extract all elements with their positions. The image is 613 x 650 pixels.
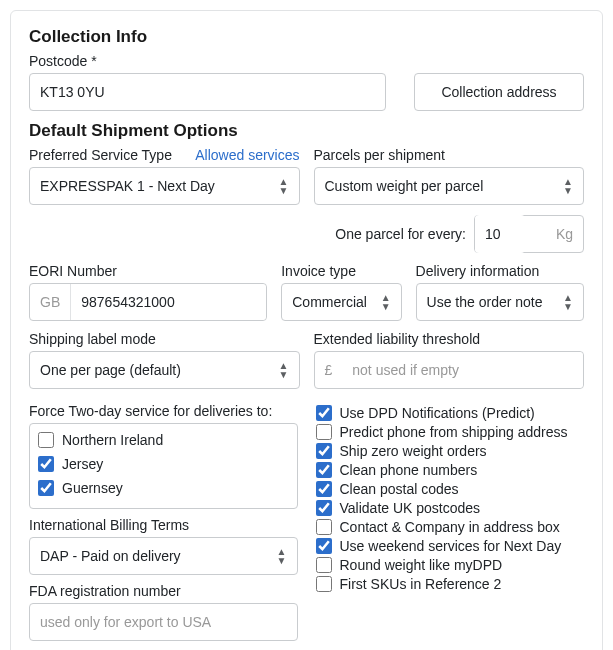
chevron-updown-icon: ▲▼	[277, 548, 287, 565]
eori-input[interactable]	[71, 284, 266, 320]
option-item-label: First SKUs in Reference 2	[340, 576, 502, 592]
option-item-label: Validate UK postcodes	[340, 500, 481, 516]
intl-billing-label: International Billing Terms	[29, 517, 298, 533]
label-mode-value: One per page (default)	[40, 362, 181, 378]
eori-prefix: GB	[30, 284, 71, 320]
option-item[interactable]: Validate UK postcodes	[316, 498, 585, 517]
eori-label: EORI Number	[29, 263, 267, 279]
intl-billing-value: DAP - Paid on delivery	[40, 548, 181, 564]
parcels-per-shipment-label: Parcels per shipment	[314, 147, 585, 163]
preferred-service-value: EXPRESSPAK 1 - Next Day	[40, 178, 215, 194]
checkbox[interactable]	[316, 500, 332, 516]
invoice-type-label: Invoice type	[281, 263, 401, 279]
chevron-updown-icon: ▲▼	[563, 178, 573, 195]
delivery-info-value: Use the order note	[427, 294, 543, 310]
force-two-day-item[interactable]: Jersey	[32, 452, 295, 476]
chevron-updown-icon: ▲▼	[563, 294, 573, 311]
liability-currency: £	[315, 362, 343, 378]
option-item-label: Clean phone numbers	[340, 462, 478, 478]
option-item[interactable]: Clean postal codes	[316, 479, 585, 498]
option-item-label: Round weight like myDPD	[340, 557, 503, 573]
checkbox[interactable]	[38, 456, 54, 472]
eori-input-wrap: GB	[29, 283, 267, 321]
intl-billing-select[interactable]: DAP - Paid on delivery ▲▼	[29, 537, 298, 575]
option-item-label: Predict phone from shipping address	[340, 424, 568, 440]
checkbox[interactable]	[316, 519, 332, 535]
parcels-per-shipment-select[interactable]: Custom weight per parcel ▲▼	[314, 167, 585, 205]
option-item[interactable]: Use weekend services for Next Day	[316, 536, 585, 555]
force-two-day-item-label: Northern Ireland	[62, 432, 163, 448]
delivery-info-select[interactable]: Use the order note ▲▼	[416, 283, 584, 321]
checkbox[interactable]	[316, 576, 332, 592]
fda-label: FDA registration number	[29, 583, 298, 599]
label-mode-label: Shipping label mode	[29, 331, 300, 347]
postcode-input[interactable]	[29, 73, 386, 111]
collection-address-button[interactable]: Collection address	[414, 73, 584, 111]
force-two-day-item[interactable]: Northern Ireland	[32, 428, 295, 452]
one-parcel-unit: Kg	[556, 226, 583, 242]
option-item[interactable]: Predict phone from shipping address	[316, 422, 585, 441]
checkbox[interactable]	[38, 432, 54, 448]
chevron-updown-icon: ▲▼	[381, 294, 391, 311]
checkbox[interactable]	[316, 462, 332, 478]
checkbox[interactable]	[38, 480, 54, 496]
checkbox[interactable]	[316, 424, 332, 440]
collection-heading: Collection Info	[29, 27, 584, 47]
allowed-services-link[interactable]: Allowed services	[195, 147, 299, 163]
option-item[interactable]: Use DPD Notifications (Predict)	[316, 403, 585, 422]
option-item[interactable]: Round weight like myDPD	[316, 555, 585, 574]
invoice-type-select[interactable]: Commercial ▲▼	[281, 283, 401, 321]
one-parcel-weight-input-wrap: Kg	[474, 215, 584, 253]
postcode-label: Postcode *	[29, 53, 584, 69]
force-two-day-item-label: Guernsey	[62, 480, 123, 496]
liability-input[interactable]	[342, 352, 583, 388]
shipment-heading: Default Shipment Options	[29, 121, 584, 141]
force-two-day-label: Force Two-day service for deliveries to:	[29, 403, 298, 419]
checkbox[interactable]	[316, 481, 332, 497]
option-item-label: Clean postal codes	[340, 481, 459, 497]
option-item[interactable]: Ship zero weight orders	[316, 441, 585, 460]
option-item-label: Use DPD Notifications (Predict)	[340, 405, 535, 421]
checkbox[interactable]	[316, 443, 332, 459]
option-item-label: Ship zero weight orders	[340, 443, 487, 459]
label-mode-select[interactable]: One per page (default) ▲▼	[29, 351, 300, 389]
option-item[interactable]: First SKUs in Reference 2	[316, 574, 585, 593]
checkbox[interactable]	[316, 538, 332, 554]
force-two-day-list[interactable]: Northern IrelandJerseyGuernsey	[29, 423, 298, 509]
option-item-label: Contact & Company in address box	[340, 519, 560, 535]
invoice-type-value: Commercial	[292, 294, 367, 310]
force-two-day-item-label: Jersey	[62, 456, 103, 472]
fda-input[interactable]	[29, 603, 298, 641]
option-item[interactable]: Clean phone numbers	[316, 460, 585, 479]
option-item-label: Use weekend services for Next Day	[340, 538, 562, 554]
settings-card: Collection Info Postcode * Collection ad…	[10, 10, 603, 650]
options-list: Use DPD Notifications (Predict)Predict p…	[316, 403, 585, 641]
chevron-updown-icon: ▲▼	[279, 178, 289, 195]
preferred-service-select[interactable]: EXPRESSPAK 1 - Next Day ▲▼	[29, 167, 300, 205]
parcels-per-shipment-value: Custom weight per parcel	[325, 178, 484, 194]
chevron-updown-icon: ▲▼	[279, 362, 289, 379]
option-item[interactable]: Contact & Company in address box	[316, 517, 585, 536]
one-parcel-label: One parcel for every:	[335, 226, 466, 242]
checkbox[interactable]	[316, 557, 332, 573]
liability-label: Extended liability threshold	[314, 331, 585, 347]
one-parcel-weight-input[interactable]	[475, 215, 525, 253]
preferred-service-label: Preferred Service Type	[29, 147, 172, 163]
delivery-info-label: Delivery information	[416, 263, 584, 279]
force-two-day-item[interactable]: Guernsey	[32, 476, 295, 500]
checkbox[interactable]	[316, 405, 332, 421]
